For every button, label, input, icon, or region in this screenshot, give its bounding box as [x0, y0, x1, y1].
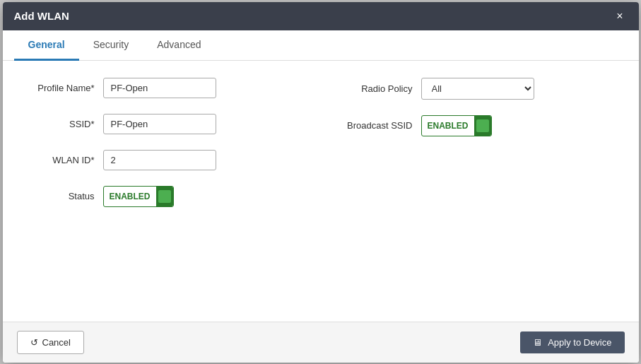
cancel-button[interactable]: ↺ Cancel: [17, 331, 84, 354]
apply-icon: 🖥: [533, 337, 542, 348]
broadcast-ssid-toggle-switch[interactable]: [474, 116, 491, 136]
ssid-label: SSID*: [24, 119, 95, 129]
wlan-id-input[interactable]: [103, 150, 216, 170]
status-toggle[interactable]: ENABLED: [103, 186, 174, 207]
wlan-id-group: WLAN ID*: [24, 150, 300, 170]
tab-general[interactable]: General: [14, 30, 79, 61]
tab-advanced[interactable]: Advanced: [143, 30, 215, 61]
profile-name-input[interactable]: [103, 78, 216, 98]
status-toggle-switch[interactable]: [156, 187, 173, 206]
status-label: Status: [24, 191, 95, 201]
broadcast-ssid-toggle-inner: [476, 119, 489, 132]
tab-security[interactable]: Security: [79, 30, 143, 61]
close-button[interactable]: ×: [612, 9, 627, 23]
modal-body: Profile Name* SSID* WLAN ID*: [3, 61, 639, 322]
modal-header: Add WLAN ×: [3, 2, 639, 30]
wlan-id-label: WLAN ID*: [24, 155, 95, 165]
tabs-container: General Security Advanced: [3, 30, 639, 61]
cancel-icon: ↺: [30, 337, 38, 348]
status-toggle-inner: [158, 190, 171, 203]
radio-policy-label: Radio Policy: [342, 83, 413, 94]
ssid-input[interactable]: [103, 114, 216, 134]
profile-name-group: Profile Name*: [24, 78, 300, 98]
status-toggle-label: ENABLED: [104, 188, 156, 205]
cancel-label: Cancel: [42, 337, 71, 348]
radio-policy-select[interactable]: All 2.4 GHz 5 GHz: [421, 78, 534, 100]
add-wlan-modal: Add WLAN × General Security Advanced Pro…: [3, 2, 639, 363]
broadcast-ssid-label: Broadcast SSID: [342, 120, 413, 131]
modal-overlay: Add WLAN × General Security Advanced Pro…: [0, 0, 641, 364]
broadcast-ssid-toggle[interactable]: ENABLED: [421, 115, 492, 136]
ssid-group: SSID*: [24, 114, 300, 134]
form-grid: Profile Name* SSID* WLAN ID*: [24, 78, 618, 207]
status-group: Status ENABLED: [24, 186, 300, 207]
apply-device-button[interactable]: 🖥 Apply to Device: [520, 331, 624, 353]
broadcast-ssid-group: Broadcast SSID ENABLED: [342, 115, 618, 136]
profile-name-label: Profile Name*: [24, 83, 95, 93]
modal-footer: ↺ Cancel 🖥 Apply to Device: [3, 322, 639, 363]
apply-label: Apply to Device: [548, 337, 611, 348]
radio-policy-group: Radio Policy All 2.4 GHz 5 GHz: [342, 78, 618, 100]
modal-title: Add WLAN: [14, 10, 69, 22]
broadcast-ssid-toggle-label: ENABLED: [422, 117, 474, 134]
